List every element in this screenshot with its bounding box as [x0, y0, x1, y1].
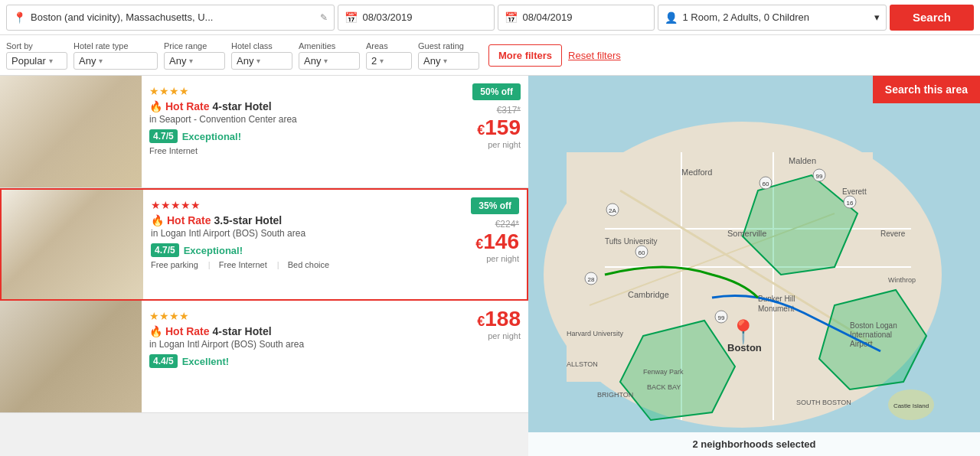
- location-field[interactable]: 📍 Boston (and vicinity), Massachusetts, …: [6, 5, 335, 31]
- map-area: 📍 Medford Malden Tufts University Somerv…: [528, 76, 980, 456]
- hot-label: Hot Rate: [165, 100, 210, 112]
- hotel-class-filter: Hotel class Any ▾: [231, 41, 292, 70]
- areas-label: Areas: [366, 41, 412, 50]
- person-icon: 👤: [665, 11, 678, 24]
- rating-text: Exceptional!: [182, 131, 241, 142]
- rooms-value: 1 Room, 2 Adults, 0 Children: [682, 11, 808, 23]
- rating-text: Exceptional!: [184, 245, 243, 256]
- hotel-rate-value: Any: [79, 55, 96, 67]
- svg-text:Tufts University: Tufts University: [605, 237, 658, 246]
- areas-chevron-icon: ▾: [380, 57, 384, 65]
- amenity-item: Free Internet: [149, 146, 198, 155]
- amenity-item: Bed choice: [288, 260, 329, 269]
- svg-text:99: 99: [718, 314, 725, 321]
- amenity-item: Free parking: [151, 260, 198, 269]
- svg-text:SOUTH BOSTON: SOUTH BOSTON: [796, 399, 851, 406]
- hotel-name: 4-star Hotel: [213, 100, 272, 112]
- flame-icon: 🔥: [149, 100, 162, 112]
- checkout-field[interactable]: 📅 08/04/2019: [498, 5, 655, 31]
- amenities-row: Free Internet: [149, 146, 429, 155]
- amenity-item: Free Internet: [219, 260, 267, 269]
- hotel-price: €188 per night: [436, 301, 528, 412]
- hotel-rate-select[interactable]: Any ▾: [74, 52, 158, 70]
- hotel-info: ★★★★ 🔥 Hot Rate 4-star Hotel in Seaport …: [142, 76, 436, 187]
- checkin-field[interactable]: 📅 08/03/2019: [338, 5, 495, 31]
- search-this-area-button[interactable]: Search this area: [873, 76, 980, 103]
- hotel-name: 4-star Hotel: [213, 325, 272, 337]
- hotel-name-row: 🔥 Hot Rate 3.5-star Hotel: [151, 214, 427, 226]
- separator: |: [277, 260, 279, 269]
- svg-text:Everett: Everett: [842, 187, 867, 196]
- hotel-rate-filter: Hotel rate type Any ▾: [74, 41, 158, 70]
- hotel-card[interactable]: ★★★★★ 🔥 Hot Rate 3.5-star Hotel in Logan…: [0, 188, 528, 301]
- sort-by-filter: Sort by Popular ▾: [6, 41, 67, 70]
- map-background[interactable]: 📍 Medford Malden Tufts University Somerv…: [528, 76, 980, 456]
- flame-icon: 🔥: [151, 214, 164, 226]
- hotel-list: ★★★★ 🔥 Hot Rate 4-star Hotel in Seaport …: [0, 76, 528, 456]
- svg-text:Somerville: Somerville: [727, 229, 766, 238]
- svg-text:Boston Logan: Boston Logan: [850, 321, 897, 330]
- svg-text:BRIGHTON: BRIGHTON: [597, 391, 633, 399]
- hotel-stars: ★★★★: [149, 85, 429, 97]
- hotel-rate-label: Hotel rate type: [74, 41, 158, 50]
- per-night: per night: [488, 140, 521, 149]
- current-price: €188: [477, 308, 521, 330]
- rating-row: 4.7/5 Exceptional!: [151, 243, 427, 257]
- hot-label: Hot Rate: [167, 214, 211, 226]
- rating-row: 4.7/5 Exceptional!: [149, 129, 429, 143]
- svg-text:Medford: Medford: [681, 168, 712, 177]
- current-price: €159: [477, 117, 521, 138]
- discount-badge: 35% off: [471, 197, 519, 214]
- rooms-field[interactable]: 👤 1 Room, 2 Adults, 0 Children ▾: [658, 5, 887, 31]
- hotel-price: 50% off €317* €159 per night: [436, 76, 528, 187]
- checkin-value: 08/03/2019: [362, 11, 412, 23]
- svg-text:Fenway Park: Fenway Park: [643, 368, 684, 376]
- guest-rating-value: Any: [423, 55, 440, 67]
- hotel-stars: ★★★★★: [151, 199, 427, 211]
- rating-text: Excellent!: [182, 356, 229, 367]
- sort-by-label: Sort by: [6, 41, 67, 50]
- svg-text:28: 28: [588, 276, 595, 283]
- areas-value: 2: [371, 55, 377, 67]
- guest-rating-select[interactable]: Any ▾: [418, 52, 479, 70]
- hot-label: Hot Rate: [165, 325, 210, 337]
- svg-text:Malden: Malden: [789, 156, 816, 165]
- rating-badge: 4.7/5: [149, 129, 178, 143]
- original-price: €317*: [497, 105, 521, 116]
- sort-by-chevron-icon: ▾: [49, 57, 53, 65]
- sort-by-value: Popular: [11, 55, 46, 67]
- price-range-label: Price range: [164, 41, 225, 50]
- price-range-chevron-icon: ▾: [189, 57, 193, 65]
- hotel-image: [0, 76, 142, 187]
- original-price: €224*: [495, 219, 519, 230]
- map-svg: 📍 Medford Malden Tufts University Somerv…: [528, 76, 980, 456]
- price-range-filter: Price range Any ▾: [164, 41, 225, 70]
- amenities-row: Free parking | Free Internet | Bed choic…: [151, 260, 427, 269]
- svg-text:60: 60: [639, 249, 645, 256]
- sort-by-select[interactable]: Popular ▾: [6, 52, 67, 70]
- hotel-class-select[interactable]: Any ▾: [231, 52, 292, 70]
- hotel-card[interactable]: ★★★★ 🔥 Hot Rate 4-star Hotel in Seaport …: [0, 76, 528, 188]
- svg-text:Winthrop: Winthrop: [888, 276, 916, 284]
- svg-text:Castle Island: Castle Island: [893, 402, 929, 409]
- areas-select[interactable]: 2 ▾: [366, 52, 412, 70]
- checkout-value: 08/04/2019: [522, 11, 572, 23]
- hotel-info: ★★★★★ 🔥 Hot Rate 3.5-star Hotel in Logan…: [143, 190, 435, 299]
- reset-filters-button[interactable]: Reset filters: [568, 50, 621, 61]
- amenities-filter: Amenities Any ▾: [299, 41, 360, 70]
- search-button[interactable]: Search: [890, 5, 974, 31]
- flame-icon: 🔥: [149, 325, 162, 337]
- amenities-select[interactable]: Any ▾: [299, 52, 360, 70]
- guest-rating-label: Guest rating: [418, 41, 479, 50]
- hotel-card[interactable]: ★★★★ 🔥 Hot Rate 4-star Hotel in Logan In…: [0, 301, 528, 413]
- location-icon: 📍: [13, 11, 26, 24]
- more-filters-button[interactable]: More filters: [488, 44, 562, 67]
- amenities-chevron-icon: ▾: [324, 57, 328, 65]
- per-night: per night: [488, 331, 521, 340]
- location-edit-icon: ✎: [320, 12, 328, 23]
- price-range-select[interactable]: Any ▾: [164, 52, 225, 70]
- hotel-location: in Seaport - Convention Center area: [149, 114, 429, 125]
- svg-text:16: 16: [847, 200, 854, 207]
- svg-text:60: 60: [763, 181, 769, 187]
- svg-text:Harvard University: Harvard University: [567, 330, 624, 337]
